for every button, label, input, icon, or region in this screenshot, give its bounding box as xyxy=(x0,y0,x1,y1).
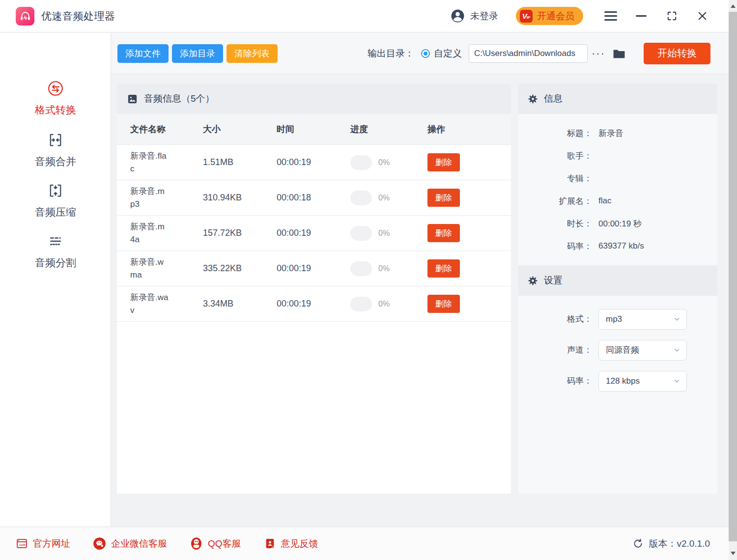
progress-percent: 0% xyxy=(378,264,390,273)
add-file-button[interactable]: 添加文件 xyxy=(117,44,169,63)
table-row: 新录音.mp3 310.94KB 00:00:18 0% 删除 xyxy=(117,180,511,216)
info-label: 时长： xyxy=(518,218,592,229)
more-options-button[interactable]: ··· xyxy=(592,51,605,56)
chevron-down-icon xyxy=(673,377,680,385)
progress-percent: 0% xyxy=(378,158,390,167)
version-info: 版本：v2.0.1.0 xyxy=(632,537,710,550)
delete-button[interactable]: 删除 xyxy=(427,295,460,313)
channel-select[interactable]: 同源音频 xyxy=(598,340,687,361)
file-size: 310.94KB xyxy=(203,193,277,203)
table-row: 新录音.wav 3.34MB 00:00:19 0% 删除 xyxy=(117,286,511,322)
split-icon xyxy=(47,232,64,250)
delete-button[interactable]: 删除 xyxy=(427,224,460,242)
start-convert-button[interactable]: 开始转换 xyxy=(644,43,710,64)
info-label: 歌手： xyxy=(518,150,592,162)
info-value: 639377 kb/s xyxy=(598,241,644,251)
menu-icon[interactable] xyxy=(604,9,618,23)
chevron-down-icon xyxy=(673,315,680,323)
col-time: 时间 xyxy=(277,123,350,135)
open-vip-button[interactable]: VIP 开通会员 xyxy=(516,7,583,25)
qq-service-link[interactable]: QQ客服 xyxy=(190,537,241,550)
file-panel-title: 音频信息（5个） xyxy=(144,92,215,105)
file-time: 00:00:18 xyxy=(277,193,350,203)
file-size: 3.34MB xyxy=(203,299,277,309)
gear-icon xyxy=(527,93,539,105)
bitrate-select[interactable]: 128 kbps xyxy=(598,371,687,392)
clear-list-button[interactable]: 清除列表 xyxy=(227,44,278,63)
col-size: 大小 xyxy=(203,123,277,135)
add-folder-button[interactable]: 添加目录 xyxy=(172,44,223,63)
file-name: 新录音.wma xyxy=(130,256,169,281)
chevron-down-icon xyxy=(673,346,680,354)
close-icon[interactable] xyxy=(695,9,709,23)
progress-bar xyxy=(350,155,372,170)
file-time: 00:00:19 xyxy=(277,263,350,274)
progress-percent: 0% xyxy=(378,229,390,238)
delete-button[interactable]: 删除 xyxy=(427,259,460,278)
website-icon: .com xyxy=(16,537,28,550)
qq-icon xyxy=(190,537,203,550)
output-dir-label: 输出目录： xyxy=(368,47,414,60)
info-label: 标题： xyxy=(518,128,592,139)
col-action: 操作 xyxy=(427,123,511,135)
audio-info-icon xyxy=(127,93,138,105)
output-path-input[interactable] xyxy=(469,44,588,63)
format-select[interactable]: mp3 xyxy=(598,309,687,330)
sidebar-item-audio-merge[interactable]: 音频合并 xyxy=(0,131,111,168)
right-panel: 信息 标题：新录音 歌手： 专辑： 扩展名：flac 时长：00:00:19 秒… xyxy=(518,84,717,494)
main-content: 音频信息（5个） 文件名称 大小 时间 进度 操作 新录音.flac 1.51M… xyxy=(112,74,729,527)
info-fields: 标题：新录音 歌手： 专辑： 扩展名：flac 时长：00:00:19 秒 码率… xyxy=(518,114,717,257)
login-status[interactable]: 未登录 xyxy=(470,10,498,23)
scrollbar-thumb[interactable] xyxy=(729,12,737,541)
col-filename: 文件名称 xyxy=(130,123,203,135)
toolbar: 添加文件 添加目录 清除列表 输出目录： 自定义 ··· 开始转换 xyxy=(112,33,729,74)
feedback-icon xyxy=(264,537,276,550)
official-website-link[interactable]: .com 官方网址 xyxy=(16,537,70,550)
sidebar-item-audio-split[interactable]: 音频分割 xyxy=(0,232,111,270)
file-name: 新录音.flac xyxy=(130,150,169,175)
maximize-icon[interactable] xyxy=(665,9,679,23)
info-value: 新录音 xyxy=(598,128,624,139)
file-name: 新录音.m4a xyxy=(130,221,169,246)
delete-button[interactable]: 删除 xyxy=(427,153,460,171)
minimize-icon[interactable] xyxy=(634,9,648,23)
scrollbar[interactable] xyxy=(729,0,737,560)
app-logo xyxy=(16,7,34,26)
sidebar: 格式转换 音频合并 音频压缩 音频分割 xyxy=(0,33,111,527)
info-label: 码率： xyxy=(518,241,592,252)
delete-button[interactable]: 删除 xyxy=(427,189,460,207)
file-list-panel: 音频信息（5个） 文件名称 大小 时间 进度 操作 新录音.flac 1.51M… xyxy=(117,84,511,494)
settings-panel-header: 设置 xyxy=(518,265,717,296)
user-avatar-icon[interactable] xyxy=(450,8,465,24)
file-name: 新录音.mp3 xyxy=(130,185,169,211)
progress-bar xyxy=(350,191,372,205)
refresh-icon[interactable] xyxy=(632,538,644,549)
footer: .com 官方网址 企业微信客服 QQ客服 意见反馈 xyxy=(0,527,729,560)
info-value: 00:00:19 秒 xyxy=(598,218,642,229)
app-title: 优速音频处理器 xyxy=(41,9,115,23)
feedback-link[interactable]: 意见反馈 xyxy=(264,537,318,550)
info-panel-title: 信息 xyxy=(544,92,563,105)
settings-panel-title: 设置 xyxy=(544,274,563,287)
custom-dir-radio-label[interactable]: 自定义 xyxy=(434,47,462,60)
wechat-icon xyxy=(93,537,106,550)
file-time: 00:00:19 xyxy=(277,157,350,168)
sidebar-item-format-convert[interactable]: 格式转换 xyxy=(0,80,111,117)
progress-percent: 0% xyxy=(378,194,390,202)
setting-label: 声道： xyxy=(518,344,592,356)
custom-dir-radio[interactable] xyxy=(421,49,430,58)
table-row: 新录音.m4a 157.72KB 00:00:19 0% 删除 xyxy=(117,216,511,251)
file-size: 1.51MB xyxy=(203,157,277,168)
info-value: flac xyxy=(598,196,611,206)
sidebar-item-audio-compress[interactable]: 音频压缩 xyxy=(0,182,111,219)
progress-percent: 0% xyxy=(378,300,390,308)
compress-icon xyxy=(47,182,64,199)
scroll-down-icon[interactable] xyxy=(729,548,737,558)
vip-button-label: 开通会员 xyxy=(537,10,574,23)
setting-label: 码率： xyxy=(518,375,592,387)
scroll-up-icon[interactable] xyxy=(729,1,737,11)
convert-icon xyxy=(47,80,64,97)
open-folder-icon[interactable] xyxy=(612,47,626,60)
col-progress: 进度 xyxy=(350,123,427,135)
wechat-service-link[interactable]: 企业微信客服 xyxy=(93,537,167,550)
